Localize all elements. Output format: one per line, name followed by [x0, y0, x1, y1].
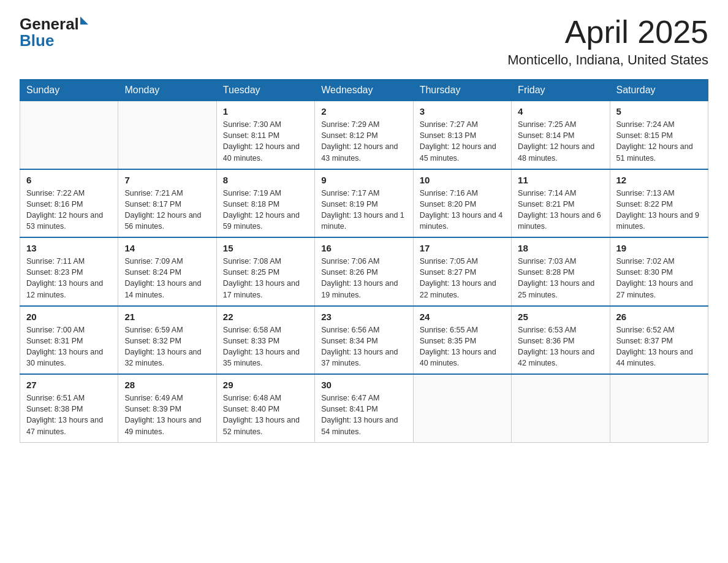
day-number: 18	[518, 243, 603, 253]
day-info: Sunrise: 7:08 AMSunset: 8:25 PMDaylight:…	[223, 256, 308, 301]
day-number: 21	[124, 312, 210, 322]
table-row: 20Sunrise: 7:00 AMSunset: 8:31 PMDayligh…	[20, 306, 118, 375]
day-info: Sunrise: 7:05 AMSunset: 8:27 PMDaylight:…	[420, 256, 505, 301]
calendar-week-row: 1Sunrise: 7:30 AMSunset: 8:11 PMDaylight…	[20, 101, 708, 169]
table-row: 22Sunrise: 6:58 AMSunset: 8:33 PMDayligh…	[216, 306, 314, 375]
day-number: 12	[616, 175, 702, 185]
day-number: 7	[124, 175, 210, 185]
day-info: Sunrise: 6:53 AMSunset: 8:36 PMDaylight:…	[518, 324, 603, 369]
table-row: 21Sunrise: 6:59 AMSunset: 8:32 PMDayligh…	[118, 306, 216, 375]
col-saturday: Saturday	[610, 80, 708, 101]
day-info: Sunrise: 7:25 AMSunset: 8:14 PMDaylight:…	[518, 119, 603, 164]
day-number: 3	[420, 106, 505, 117]
table-row: 14Sunrise: 7:09 AMSunset: 8:24 PMDayligh…	[118, 237, 216, 306]
day-info: Sunrise: 7:30 AMSunset: 8:11 PMDaylight:…	[223, 119, 308, 164]
table-row	[610, 374, 708, 442]
table-row: 23Sunrise: 6:56 AMSunset: 8:34 PMDayligh…	[315, 306, 413, 375]
day-number: 19	[616, 243, 702, 253]
table-row	[118, 101, 216, 169]
day-number: 30	[321, 380, 406, 390]
table-row: 9Sunrise: 7:17 AMSunset: 8:19 PMDaylight…	[315, 169, 413, 238]
table-row: 30Sunrise: 6:47 AMSunset: 8:41 PMDayligh…	[315, 374, 413, 442]
logo: General Blue	[20, 15, 88, 50]
table-row: 19Sunrise: 7:02 AMSunset: 8:30 PMDayligh…	[610, 237, 708, 306]
day-info: Sunrise: 7:14 AMSunset: 8:21 PMDaylight:…	[518, 188, 603, 232]
day-info: Sunrise: 7:11 AMSunset: 8:23 PMDaylight:…	[26, 256, 112, 301]
table-row: 2Sunrise: 7:29 AMSunset: 8:12 PMDaylight…	[315, 101, 413, 169]
day-number: 8	[223, 175, 308, 185]
col-tuesday: Tuesday	[216, 80, 314, 101]
table-row: 3Sunrise: 7:27 AMSunset: 8:13 PMDaylight…	[413, 101, 511, 169]
table-row: 8Sunrise: 7:19 AMSunset: 8:18 PMDaylight…	[216, 169, 314, 238]
table-row: 16Sunrise: 7:06 AMSunset: 8:26 PMDayligh…	[315, 237, 413, 306]
table-row: 10Sunrise: 7:16 AMSunset: 8:20 PMDayligh…	[413, 169, 511, 238]
calendar-week-row: 20Sunrise: 7:00 AMSunset: 8:31 PMDayligh…	[20, 306, 708, 375]
table-row: 17Sunrise: 7:05 AMSunset: 8:27 PMDayligh…	[413, 237, 511, 306]
day-number: 4	[518, 106, 603, 117]
table-row: 12Sunrise: 7:13 AMSunset: 8:22 PMDayligh…	[610, 169, 708, 238]
day-number: 27	[26, 380, 112, 390]
day-number: 29	[223, 380, 308, 390]
day-number: 23	[321, 312, 406, 322]
day-number: 20	[26, 312, 112, 322]
calendar-week-row: 27Sunrise: 6:51 AMSunset: 8:38 PMDayligh…	[20, 374, 708, 442]
day-number: 17	[420, 243, 505, 253]
col-friday: Friday	[512, 80, 610, 101]
calendar-title: April 2025	[507, 15, 708, 50]
table-row: 7Sunrise: 7:21 AMSunset: 8:17 PMDaylight…	[118, 169, 216, 238]
day-info: Sunrise: 7:21 AMSunset: 8:17 PMDaylight:…	[124, 188, 210, 232]
day-number: 28	[124, 380, 210, 390]
day-number: 25	[518, 312, 603, 322]
col-monday: Monday	[118, 80, 216, 101]
col-thursday: Thursday	[413, 80, 511, 101]
table-row: 27Sunrise: 6:51 AMSunset: 8:38 PMDayligh…	[20, 374, 118, 442]
day-number: 16	[321, 243, 406, 253]
logo-triangle-icon	[80, 17, 88, 25]
day-number: 6	[26, 175, 112, 185]
day-number: 11	[518, 175, 603, 185]
calendar-table: Sunday Monday Tuesday Wednesday Thursday…	[20, 79, 708, 443]
logo-blue-text: Blue	[20, 31, 54, 50]
day-info: Sunrise: 7:16 AMSunset: 8:20 PMDaylight:…	[420, 188, 505, 232]
day-info: Sunrise: 6:58 AMSunset: 8:33 PMDaylight:…	[223, 324, 308, 369]
day-info: Sunrise: 6:52 AMSunset: 8:37 PMDaylight:…	[616, 324, 702, 369]
day-info: Sunrise: 7:27 AMSunset: 8:13 PMDaylight:…	[420, 119, 505, 164]
day-number: 22	[223, 312, 308, 322]
day-info: Sunrise: 7:00 AMSunset: 8:31 PMDaylight:…	[26, 324, 112, 369]
day-info: Sunrise: 6:55 AMSunset: 8:35 PMDaylight:…	[420, 324, 505, 369]
table-row: 28Sunrise: 6:49 AMSunset: 8:39 PMDayligh…	[118, 374, 216, 442]
day-info: Sunrise: 6:49 AMSunset: 8:39 PMDaylight:…	[124, 393, 210, 437]
table-row: 13Sunrise: 7:11 AMSunset: 8:23 PMDayligh…	[20, 237, 118, 306]
day-info: Sunrise: 6:59 AMSunset: 8:32 PMDaylight:…	[124, 324, 210, 369]
table-row: 29Sunrise: 6:48 AMSunset: 8:40 PMDayligh…	[216, 374, 314, 442]
day-info: Sunrise: 7:02 AMSunset: 8:30 PMDaylight:…	[616, 256, 702, 301]
day-info: Sunrise: 6:51 AMSunset: 8:38 PMDaylight:…	[26, 393, 112, 437]
col-wednesday: Wednesday	[315, 80, 413, 101]
calendar-week-row: 13Sunrise: 7:11 AMSunset: 8:23 PMDayligh…	[20, 237, 708, 306]
calendar-location: Monticello, Indiana, United States	[507, 52, 708, 68]
table-row: 18Sunrise: 7:03 AMSunset: 8:28 PMDayligh…	[512, 237, 610, 306]
day-info: Sunrise: 6:56 AMSunset: 8:34 PMDaylight:…	[321, 324, 406, 369]
table-row: 15Sunrise: 7:08 AMSunset: 8:25 PMDayligh…	[216, 237, 314, 306]
page-header: General Blue April 2025 Monticello, Indi…	[20, 15, 708, 68]
day-number: 26	[616, 312, 702, 322]
calendar-header-row: Sunday Monday Tuesday Wednesday Thursday…	[20, 80, 708, 101]
day-number: 5	[616, 106, 702, 117]
title-block: April 2025 Monticello, Indiana, United S…	[507, 15, 708, 68]
col-sunday: Sunday	[20, 80, 118, 101]
table-row: 25Sunrise: 6:53 AMSunset: 8:36 PMDayligh…	[512, 306, 610, 375]
day-info: Sunrise: 7:22 AMSunset: 8:16 PMDaylight:…	[26, 188, 112, 232]
table-row: 26Sunrise: 6:52 AMSunset: 8:37 PMDayligh…	[610, 306, 708, 375]
day-info: Sunrise: 7:24 AMSunset: 8:15 PMDaylight:…	[616, 119, 702, 164]
day-info: Sunrise: 6:47 AMSunset: 8:41 PMDaylight:…	[321, 393, 406, 437]
table-row	[20, 101, 118, 169]
day-info: Sunrise: 7:29 AMSunset: 8:12 PMDaylight:…	[321, 119, 406, 164]
day-number: 2	[321, 106, 406, 117]
day-info: Sunrise: 7:06 AMSunset: 8:26 PMDaylight:…	[321, 256, 406, 301]
day-number: 1	[223, 106, 308, 117]
day-number: 15	[223, 243, 308, 253]
day-number: 24	[420, 312, 505, 322]
table-row: 6Sunrise: 7:22 AMSunset: 8:16 PMDaylight…	[20, 169, 118, 238]
day-info: Sunrise: 7:17 AMSunset: 8:19 PMDaylight:…	[321, 188, 406, 232]
table-row: 5Sunrise: 7:24 AMSunset: 8:15 PMDaylight…	[610, 101, 708, 169]
